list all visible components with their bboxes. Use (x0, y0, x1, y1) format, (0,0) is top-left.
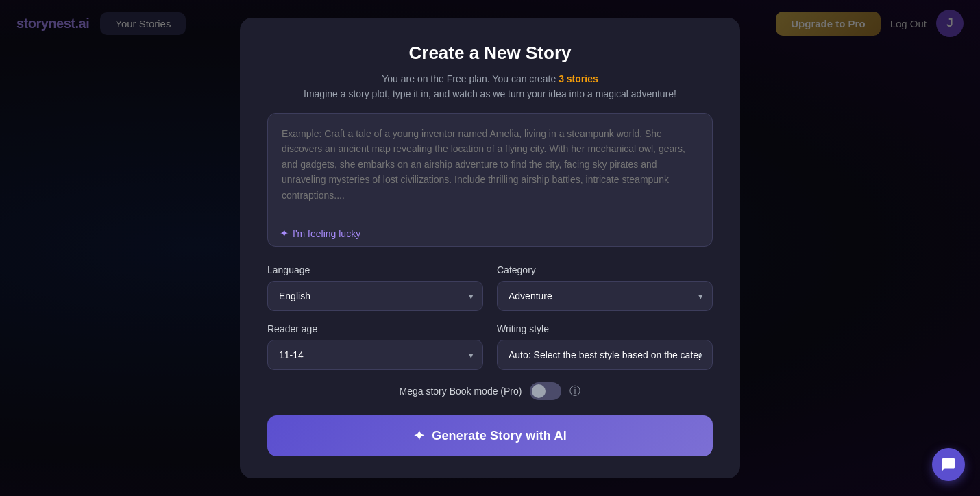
generate-button[interactable]: ✦ Generate Story with AI (267, 415, 713, 456)
category-select-wrapper: Adventure Fantasy Mystery Sci-Fi Romance… (497, 281, 713, 311)
sparkle-icon: ✦ (280, 227, 289, 240)
reader-age-select-wrapper: 3-5 6-8 9-11 11-14 14-18 Adults (267, 340, 483, 370)
language-category-row: Language English Spanish French German I… (267, 264, 713, 311)
mega-story-toggle[interactable] (530, 382, 561, 400)
reader-age-select[interactable]: 3-5 6-8 9-11 11-14 14-18 Adults (267, 340, 483, 370)
language-select[interactable]: English Spanish French German Italian Po… (267, 281, 483, 311)
chat-bubble-button[interactable] (932, 448, 965, 481)
language-group: Language English Spanish French German I… (267, 264, 483, 311)
subtitle-highlight: 3 stories (559, 73, 598, 84)
subtitle-prefix: You are on the Free plan. You can create (382, 73, 559, 84)
mega-story-label: Mega story Book mode (Pro) (400, 386, 522, 397)
age-style-row: Reader age 3-5 6-8 9-11 11-14 14-18 Adul… (267, 323, 713, 370)
reader-age-group: Reader age 3-5 6-8 9-11 11-14 14-18 Adul… (267, 323, 483, 370)
modal-description: Imagine a story plot, type it in, and wa… (267, 88, 713, 99)
category-group: Category Adventure Fantasy Mystery Sci-F… (497, 264, 713, 311)
info-icon[interactable]: ⓘ (569, 384, 580, 399)
language-select-wrapper: English Spanish French German Italian Po… (267, 281, 483, 311)
modal-subtitle: You are on the Free plan. You can create… (267, 73, 713, 84)
generate-label: Generate Story with AI (432, 429, 567, 443)
category-select[interactable]: Adventure Fantasy Mystery Sci-Fi Romance… (497, 281, 713, 311)
mega-story-row: Mega story Book mode (Pro) ⓘ (267, 382, 713, 400)
writing-style-label: Writing style (497, 323, 713, 334)
feeling-lucky-label: I'm feeling lucky (293, 228, 360, 239)
chat-icon (941, 457, 956, 472)
feeling-lucky-button[interactable]: ✦ I'm feeling lucky (280, 227, 360, 240)
reader-age-label: Reader age (267, 323, 483, 334)
create-story-modal: Create a New Story You are on the Free p… (240, 18, 740, 478)
language-label: Language (267, 264, 483, 275)
story-input-wrapper: ✦ I'm feeling lucky (267, 113, 713, 249)
modal-title: Create a New Story (267, 42, 713, 64)
writing-style-select-wrapper: Auto: Select the best style based on the… (497, 340, 713, 370)
writing-style-select[interactable]: Auto: Select the best style based on the… (497, 340, 713, 370)
category-label: Category (497, 264, 713, 275)
generate-sparkle-icon: ✦ (413, 427, 425, 444)
writing-style-group: Writing style Auto: Select the best styl… (497, 323, 713, 370)
